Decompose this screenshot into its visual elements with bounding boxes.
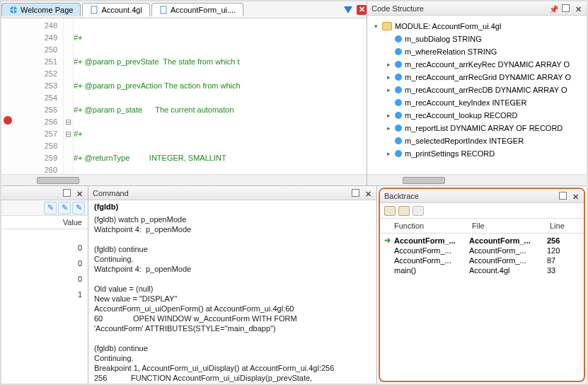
close-icon[interactable]: ✕	[574, 5, 582, 12]
tree-item-label: m_whereRelation STRING	[405, 45, 497, 58]
structure-tree[interactable]: ▾MODULE: AccountForm_ui.4gl m_subDialog …	[367, 16, 587, 174]
tool-button[interactable]: ✎	[72, 202, 85, 214]
restore-icon[interactable]	[352, 189, 359, 197]
close-icon[interactable]: ✕	[364, 190, 372, 197]
panel-title: Command	[93, 189, 347, 197]
line-gutter: 248249250251252253254255256257258259260	[14, 18, 64, 174]
tree-item-label: m_subDialog STRING	[405, 33, 482, 45]
command-pane: Command ✕ (fgldb) (fgldb) watch p_openMo…	[88, 186, 377, 384]
code-editor[interactable]: 248249250251252253254255256257258259260 …	[1, 18, 367, 174]
caret-icon[interactable]	[386, 36, 392, 42]
horizontal-scrollbar[interactable]	[367, 174, 587, 185]
command-prompt: (fgldb)	[88, 200, 376, 213]
close-icon[interactable]: ✕	[571, 192, 580, 200]
tree-item-label: m_recAccount_arrKeyRec DYNAMIC ARRAY O	[405, 58, 570, 71]
tab-account[interactable]: Account.4gl	[82, 3, 149, 16]
tree-item-label: m_recAccount_arrRecDB DYNAMIC ARRAY O	[405, 84, 567, 96]
backtrace-tool-icon[interactable]	[398, 206, 410, 216]
restore-icon[interactable]	[559, 192, 567, 200]
close-icon[interactable]: ✕	[357, 5, 367, 15]
caret-icon[interactable]: ▸	[386, 113, 392, 119]
caret-icon[interactable]: ▸	[386, 74, 392, 81]
fold-gutter: ⊟⊟	[64, 18, 74, 174]
close-icon[interactable]: ✕	[75, 190, 83, 197]
backtrace-rows: ➔AccountForm_...AccountForm_...256Accoun…	[380, 234, 584, 381]
caret-icon[interactable]: ▸	[386, 87, 392, 93]
tree-item[interactable]: ▸m_reportList DYNAMIC ARRAY OF RECORD	[370, 122, 584, 134]
variable-icon	[395, 86, 402, 93]
tab-accountform-ui[interactable]: AccountForm_ui....	[151, 3, 243, 16]
marker-gutter	[1, 18, 14, 174]
tool-button[interactable]: ✎	[44, 202, 57, 214]
tree-item[interactable]: ▸m_recAccount_lookup RECORD	[370, 109, 584, 122]
caret-icon[interactable]: ▸	[386, 62, 392, 68]
value-list: 0 0 0 1	[1, 229, 88, 384]
dropdown-icon[interactable]	[344, 6, 352, 13]
tab-welcome[interactable]: Welcome Page	[1, 3, 81, 16]
backtrace-row[interactable]: AccountForm_...AccountForm_...120	[381, 246, 582, 255]
backtrace-tool-icon[interactable]	[413, 206, 424, 216]
backtrace-header: Function File Line	[380, 219, 584, 234]
tool-button[interactable]: ✎	[58, 202, 71, 214]
variable-icon	[395, 74, 402, 81]
file-icon	[159, 6, 168, 14]
tree-item[interactable]: ▸m_recAccount_arrRecGrid DYNAMIC ARRAY O	[370, 71, 584, 84]
value-item: 1	[7, 290, 82, 299]
editor-pane: Welcome Page Account.4gl AccountForm_ui.…	[1, 1, 367, 185]
code-lines[interactable]: #+ #+ @param p_prevState The state from …	[74, 18, 367, 174]
svg-rect-1	[91, 6, 97, 13]
editor-tabs: Welcome Page Account.4gl AccountForm_ui.…	[1, 1, 367, 18]
variable-icon	[395, 61, 402, 68]
horizontal-scrollbar[interactable]	[1, 174, 367, 185]
tab-label: AccountForm_ui....	[171, 6, 236, 14]
tree-item[interactable]: ▸m_recAccount_arrRecDB DYNAMIC ARRAY O	[370, 84, 584, 96]
variable-icon	[395, 125, 402, 132]
caret-icon[interactable]: ▸	[386, 125, 392, 132]
tree-module[interactable]: ▾MODULE: AccountForm_ui.4gl	[370, 20, 584, 33]
variable-icon	[395, 137, 402, 144]
backtrace-row[interactable]: main()Account.4gl33	[381, 265, 582, 275]
module-icon	[382, 22, 392, 30]
current-frame-icon: ➔	[384, 236, 394, 245]
tree-item[interactable]: ▸m_recAccount_arrKeyRec DYNAMIC ARRAY O	[370, 58, 584, 71]
backtrace-row[interactable]: ➔AccountForm_...AccountForm_...256	[381, 235, 582, 246]
value-item: 0	[7, 259, 82, 268]
caret-icon[interactable]	[386, 100, 392, 106]
variable-icon	[395, 112, 402, 119]
command-output[interactable]: (fgldb) watch p_openMode Watchpoint 4: p…	[88, 213, 376, 384]
tree-item-label: m_recAccount_keyIndex INTEGER	[405, 96, 526, 109]
tree-item-label: m_recAccount_lookup RECORD	[405, 109, 518, 122]
breakpoint-icon[interactable]	[4, 116, 12, 125]
value-item: 0	[7, 275, 82, 283]
tree-item[interactable]: m_selectedReportIndex INTEGER	[370, 134, 584, 147]
values-pane: ✕ ✎ ✎ ✎ Value 0 0 0 1	[1, 186, 88, 384]
tree-item-label: m_recAccount_arrRecGrid DYNAMIC ARRAY O	[405, 71, 571, 84]
tree-item-label: m_reportList DYNAMIC ARRAY OF RECORD	[405, 122, 563, 134]
tab-label: Account.4gl	[101, 6, 142, 14]
variable-icon	[395, 35, 402, 42]
panel-title: Code Structure	[371, 4, 545, 13]
panel-title: Backtrace	[384, 192, 555, 200]
value-item: 0	[7, 243, 82, 252]
tree-item[interactable]: ▸m_printSettings RECORD	[370, 147, 584, 160]
variable-icon	[395, 48, 402, 55]
globe-icon	[9, 6, 18, 14]
caret-icon[interactable]	[386, 49, 392, 55]
pin-icon[interactable]: 📌	[549, 5, 558, 12]
code-structure-pane: Code Structure 📌 ✕ ▾MODULE: AccountForm_…	[367, 1, 587, 185]
backtrace-tool-icon[interactable]	[384, 206, 396, 216]
restore-icon[interactable]	[562, 4, 570, 12]
backtrace-pane: Backtrace ✕ Function File Line ➔AccountF…	[379, 188, 585, 382]
restore-icon[interactable]	[63, 189, 71, 197]
caret-icon[interactable]: ▸	[386, 151, 392, 157]
variable-icon	[395, 99, 402, 106]
tree-item-label: m_printSettings RECORD	[405, 147, 495, 160]
svg-rect-2	[161, 6, 166, 13]
tree-item[interactable]: m_whereRelation STRING	[370, 45, 584, 58]
tree-item[interactable]: m_subDialog STRING	[370, 33, 584, 45]
tree-item[interactable]: m_recAccount_keyIndex INTEGER	[370, 96, 584, 109]
caret-icon[interactable]	[386, 138, 392, 144]
value-header: Value	[1, 216, 88, 229]
tab-label: Welcome Page	[21, 6, 73, 14]
backtrace-row[interactable]: AccountForm_...AccountForm_...87	[381, 255, 582, 265]
